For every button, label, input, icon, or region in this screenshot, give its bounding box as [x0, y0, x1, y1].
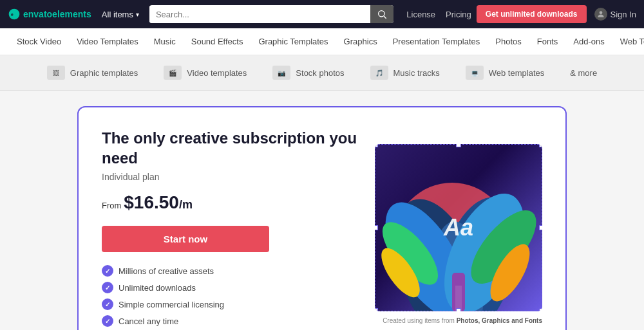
feature-list: Millions of creative assets Unlimited do… [102, 265, 375, 327]
start-now-button[interactable]: Start now [102, 226, 269, 252]
search-button[interactable] [370, 5, 393, 23]
sign-in-button[interactable]: Sign In [594, 8, 636, 21]
logo-text: envatoelements [23, 9, 91, 19]
chevron-down-icon: ▾ [136, 11, 139, 18]
svg-point-2 [379, 11, 384, 17]
account-icon [594, 8, 607, 21]
feature-item: Simple commercial licensing [102, 298, 375, 310]
logo[interactable]: e envatoelements [8, 8, 91, 21]
hero-subtitle: Individual plan [102, 172, 375, 182]
svg-line-3 [384, 16, 386, 19]
hero-image-background: Aa [375, 144, 542, 311]
top-navigation: e envatoelements All items ▾ License Pri… [0, 0, 644, 28]
nav-photos[interactable]: Photos [489, 34, 527, 49]
all-items-dropdown[interactable]: All items ▾ [97, 7, 144, 22]
nav-links: License Pricing [406, 10, 471, 19]
nav-music[interactable]: Music [147, 34, 182, 49]
svg-rect-15 [455, 286, 462, 311]
category-stock-photos[interactable]: 📷 Stock photos [272, 66, 344, 80]
category-video-templates[interactable]: 🎬 Video templates [164, 66, 247, 80]
search-input[interactable] [149, 6, 370, 23]
music-tracks-icon: 🎵 [370, 66, 388, 80]
svg-point-0 [9, 9, 20, 20]
category-graphic-templates[interactable]: 🖼 Graphic templates [47, 66, 138, 80]
hero-price: From $16.50/m [102, 192, 375, 213]
video-templates-icon: 🎬 [164, 66, 182, 80]
nav-graphics[interactable]: Graphics [337, 34, 384, 49]
hero-card: The only creative subscription you need … [77, 106, 567, 330]
nav-graphic-templates[interactable]: Graphic Templates [252, 34, 334, 49]
category-web-templates[interactable]: 💻 Web templates [466, 66, 544, 80]
category-row: 🖼 Graphic templates 🎬 Video templates 📷 … [0, 55, 644, 91]
check-icon [102, 315, 113, 327]
pricing-link[interactable]: Pricing [446, 10, 471, 19]
category-more[interactable]: & more [570, 68, 597, 78]
nav-fonts[interactable]: Fonts [531, 34, 565, 49]
hero-section: The only creative subscription you need … [0, 91, 644, 330]
feature-item: Unlimited downloads [102, 282, 375, 293]
category-music-tracks[interactable]: 🎵 Music tracks [370, 66, 440, 80]
nav-web-templates[interactable]: Web Templates [614, 34, 644, 49]
check-icon [102, 298, 113, 310]
nav-presentation-templates[interactable]: Presentation Templates [386, 34, 487, 49]
get-unlimited-downloads-button[interactable]: Get unlimited downloads [477, 5, 587, 23]
svg-text:e: e [11, 12, 14, 17]
hero-content: The only creative subscription you need … [102, 128, 375, 327]
hero-image-text-decoration: Aa [444, 214, 473, 241]
web-templates-icon: 💻 [466, 66, 484, 80]
hero-title: The only creative subscription you need [102, 128, 375, 168]
nav-addons[interactable]: Add-ons [567, 34, 611, 49]
nav-sound-effects[interactable]: Sound Effects [185, 34, 250, 49]
feature-item: Millions of creative assets [102, 265, 375, 277]
graphic-templates-icon: 🖼 [47, 66, 65, 80]
hero-image: Aa Created using items from Photos, Grap… [375, 144, 542, 311]
nav-video-templates[interactable]: Video Templates [70, 34, 145, 49]
stock-photos-icon: 📷 [272, 66, 290, 80]
second-navigation: Stock Video Video Templates Music Sound … [0, 28, 644, 55]
svg-point-4 [599, 11, 602, 14]
search-bar [149, 5, 393, 23]
license-link[interactable]: License [406, 10, 435, 19]
nav-stock-video[interactable]: Stock Video [10, 34, 68, 49]
image-caption: Created using items from Photos, Graphic… [383, 317, 542, 324]
check-icon [102, 265, 113, 277]
search-icon [377, 9, 387, 19]
check-icon [102, 282, 113, 293]
feature-item: Cancel any time [102, 315, 375, 327]
